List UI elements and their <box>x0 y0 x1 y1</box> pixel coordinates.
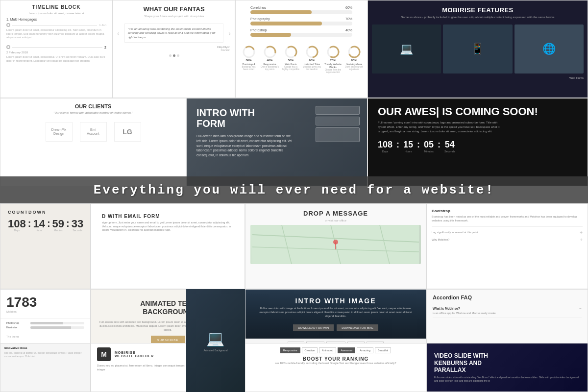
video-slide-title: VIDEO SLIDE WITHKENBURNS ANDPARALLAX <box>434 352 580 373</box>
circle-unlimited: 60% Unlimited Sites Mobirise gives you t… <box>303 45 321 74</box>
form-email-input[interactable] <box>316 117 360 125</box>
wf-item-2: Why Mobirise? + <box>432 237 583 243</box>
tile-innovative: Innovative Ideas nec leo, placerat ut po… <box>0 343 91 392</box>
next-arrow[interactable]: › <box>228 29 231 37</box>
download-mac-button[interactable]: DOWNLOAD FOR MAC <box>337 324 378 331</box>
acc-expand-1[interactable]: − <box>579 306 582 311</box>
tile-intro-form: INTRO WITHFORM Full-screen intro with ba… <box>186 98 368 186</box>
timeline-date: 1 Jan <box>99 24 106 26</box>
testimonial-text: "It is an amazing idea combining the tes… <box>124 24 224 43</box>
step2-body: Lorem ipsum dolor sit amet, consectetur.… <box>0 55 112 63</box>
fantasies-subtitle: Shape your future web project with sharp… <box>113 15 235 22</box>
circle-webfonts: 50% Web Fonts Google has a highly compat… <box>282 45 300 74</box>
skill-bar-photography <box>250 22 352 25</box>
clients-quote: "Our clients' format with adjustable num… <box>0 111 186 118</box>
skills-list: Photoshop Illustrator <box>0 318 90 333</box>
tile-dark-photo: 💻 Animated Background <box>186 289 245 392</box>
form-message-input[interactable] <box>316 127 360 142</box>
timer-minutes: 05 Minutes <box>424 140 434 153</box>
drop-sub: or visit our office <box>245 219 426 225</box>
skill-photoshop: Photoshop 40% <box>243 27 360 38</box>
dot3 <box>177 54 179 57</box>
client-logo-lg: LG <box>114 122 141 142</box>
intro-overlay: INTRO WITH IMAGE Full-screen intro with … <box>245 290 426 339</box>
timeline-dot2 <box>6 45 10 49</box>
video-slide-text: Fullscreen video slide with outstanding … <box>434 376 580 383</box>
timeline-body1: Lorem ipsum dolor sit amet, consectetur … <box>0 28 112 40</box>
acc-a1: is an offline app for Window and Mac to … <box>433 312 582 316</box>
prev-arrow[interactable]: ‹ <box>117 29 120 37</box>
tile-boost-ranking: Responsive Creative Animated Awesome Ama… <box>245 343 426 392</box>
acc-q1[interactable]: What is Mobirise? <box>433 307 460 310</box>
step2-label: 2 <box>104 46 106 49</box>
wf-item-1: Lag significantly increased at this poin… <box>432 230 583 235</box>
countdown-lower-timer: 108 Days : 14 Hours : 59 Minutes : 33 Se… <box>8 219 83 232</box>
tab-amazing2[interactable]: Amazing <box>357 347 373 353</box>
drop-map <box>250 225 421 264</box>
timer-seconds: 54 Seconds <box>444 140 455 153</box>
skill-illustrator-row: Illustrator <box>6 326 84 329</box>
tile-email-form: D WITH EMAIL FORM sign-up form. Just ent… <box>91 203 245 289</box>
email-form-text: sign-up form. Just enter your name and e… <box>97 221 239 235</box>
skill-photography: Photography 70% <box>243 16 360 27</box>
coming-soon-text: Full-screen 'coming soon' intro with cou… <box>378 121 500 134</box>
boost-title2: BOOST YOUR RANKING <box>250 356 421 362</box>
builder-logo: M <box>97 347 111 361</box>
wf-bootstrap-text: Bootstrap has been noted as one of the m… <box>432 215 583 222</box>
collage-container: TIMELINE BLOCK Lorem ipsum dolor sit ame… <box>0 0 588 392</box>
boost-text2: are 100% mobile-friendly according the l… <box>250 362 421 365</box>
clt-sep1: : <box>28 219 31 228</box>
skill-coreldraw: Coreldraw 60% <box>243 4 360 16</box>
circle-host: 80% Host Anywhere Don't limit yourself t… <box>345 45 364 74</box>
tile-timeline: TIMELINE BLOCK Lorem ipsum dolor sit ame… <box>0 0 113 98</box>
tab-responsive[interactable]: Responsive <box>280 347 300 353</box>
innovative-title: Innovative Ideas <box>4 346 86 349</box>
intro-img-title: INTRO WITH IMAGE <box>295 297 376 305</box>
countdown-lower-content: COUNTDOWN 108 Days : 14 Hours : 59 Minut… <box>0 204 90 238</box>
counter-section: 1783 Mobiles <box>0 290 90 318</box>
countdown-timer: 108 Days : 15 Hours : 05 Minutes : 54 Se… <box>378 140 578 153</box>
skill-photoshop-row: Photoshop <box>6 321 84 324</box>
wf-divider: Lag significantly increased at this poin… <box>432 226 583 243</box>
intro-form-inputs <box>316 106 360 142</box>
tile-web-fonts-lower: Bootstrap Bootstrap has been noted as on… <box>426 203 588 289</box>
skill-fill-ps <box>30 322 63 324</box>
tile-drop-message: DROP A MESSAGE or visit our office <box>245 203 426 289</box>
features-grid: 💻 📱 🌐 <box>368 23 588 75</box>
web-fonts-label: Web Fonts <box>368 75 588 80</box>
tab-animated2[interactable]: Animated <box>319 347 336 353</box>
tile-coming-soon: OUR AWES| IS COMING SOON! Full-screen 'c… <box>368 98 588 186</box>
expand-icon: + <box>580 230 583 235</box>
accordion-title: Accordion FAQ <box>433 294 582 300</box>
skill-bar-photoshop <box>250 33 352 37</box>
skill-fill-ai <box>30 326 71 329</box>
accordion-content: Accordion FAQ What is Mobirise? − is an … <box>427 290 588 323</box>
circle-bootstrap: 30% Bootstrap 4 Bootstrap has been noted <box>240 45 258 74</box>
tab-beautiful2[interactable]: Beautiful <box>375 347 391 353</box>
form-name-input[interactable] <box>316 106 360 115</box>
tab-creative2[interactable]: Creative <box>302 347 318 353</box>
timer-sep2: : <box>417 140 420 150</box>
download-win-button[interactable]: DOWNLOAD FOR WIN <box>293 324 334 331</box>
expand-icon-2: + <box>580 237 583 243</box>
skill-bar-coreldraw <box>250 10 352 14</box>
innovative-content: Innovative Ideas nec leo, placerat ut po… <box>0 343 90 361</box>
clients-logos: DreamPixDesign EmiAccount LG <box>0 118 186 146</box>
timeline-line <box>12 25 97 25</box>
intro-img-buttons: DOWNLOAD FOR WIN DOWNLOAD FOR MAC <box>293 324 378 331</box>
boost-ranking-content: Responsive Creative Animated Awesome Ama… <box>245 343 426 368</box>
video-slide-content: VIDEO SLIDE WITHKENBURNS ANDPARALLAX Ful… <box>427 343 588 392</box>
coming-soon-title: OUR AWES| IS COMING SOON! <box>378 106 578 118</box>
skill-fill-photography <box>250 22 322 25</box>
fantasies-title: WHAT OUR FANTAS <box>113 0 235 15</box>
intro-image-top: INTRO WITH IMAGE Full-screen intro with … <box>245 290 426 339</box>
acc-item-1: What is Mobirise? − is an offline app fo… <box>433 304 582 318</box>
timeline-step1: 1. Multi Homepages <box>0 15 112 22</box>
tab-awesome2[interactable]: Awesome <box>338 347 355 353</box>
feature-img-3: 🌐 <box>514 24 584 74</box>
features-title: MOBIRISE FEATURES <box>368 0 588 16</box>
email-form-content: D WITH EMAIL FORM sign-up form. Just ent… <box>91 204 245 240</box>
intro-img-text: Full-screen intro with image at the bott… <box>245 305 426 320</box>
coming-soon-content: OUR AWES| IS COMING SOON! Full-screen 'c… <box>368 98 588 160</box>
feature-img-1: 💻 <box>372 24 441 74</box>
